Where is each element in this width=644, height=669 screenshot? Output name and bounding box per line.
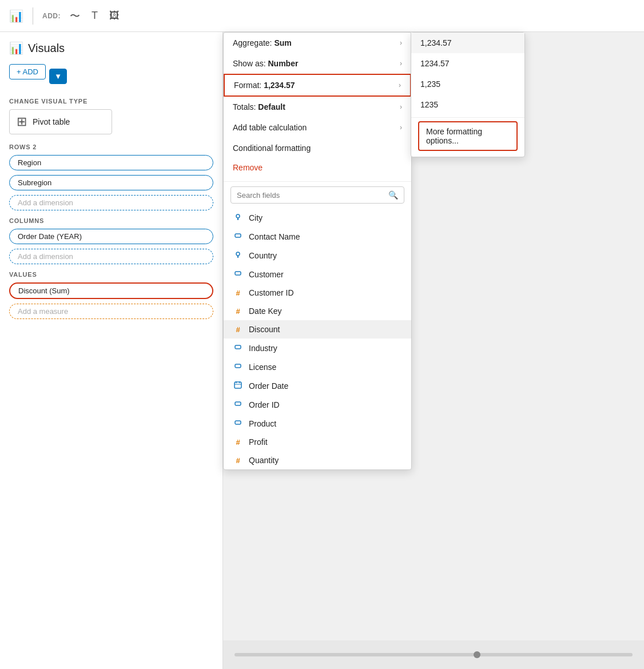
svg-rect-5 bbox=[235, 364, 241, 368]
sidebar-title: Visuals bbox=[28, 42, 65, 55]
scrollbar-track[interactable] bbox=[234, 653, 633, 656]
sidebar-header: 📊 Visuals bbox=[9, 41, 213, 55]
field-name: City bbox=[249, 213, 263, 222]
trend-icon[interactable]: 〜 bbox=[67, 7, 82, 25]
field-name: Quantity bbox=[249, 456, 279, 465]
format-option-3[interactable]: 1235 bbox=[411, 94, 524, 115]
add-table-calc-label: Add table calculation bbox=[233, 123, 400, 132]
field-item-order-id[interactable]: Order ID bbox=[224, 395, 411, 414]
conditional-formatting-label: Conditional formatting bbox=[233, 144, 402, 153]
totals-chevron: › bbox=[400, 103, 402, 111]
add-table-calculation-item[interactable]: Add table calculation › bbox=[224, 117, 411, 138]
field-name: Discount bbox=[249, 325, 280, 334]
sidebar: 📊 Visuals + ADD ▼ CHANGE VISUAL TYPE ⊞ P… bbox=[0, 32, 223, 669]
text-icon[interactable]: T bbox=[89, 7, 100, 24]
aggregate-chevron: › bbox=[400, 39, 402, 47]
field-item-quantity[interactable]: #Quantity bbox=[224, 451, 411, 469]
subregion-pill[interactable]: Subregion bbox=[9, 175, 213, 190]
field-item-date-key[interactable]: #Date Key bbox=[224, 302, 411, 320]
scrollbar-area[interactable] bbox=[223, 640, 644, 669]
chart-icon[interactable]: 📊 bbox=[9, 9, 23, 23]
add-button[interactable]: + ADD bbox=[9, 64, 46, 79]
discount-sum-pill[interactable]: Discount (Sum) bbox=[9, 282, 213, 299]
visuals-icon: 📊 bbox=[9, 41, 23, 55]
field-type-icon bbox=[233, 419, 243, 428]
field-item-contact-name[interactable]: Contact Name bbox=[224, 227, 411, 246]
field-item-customer-id[interactable]: #Customer ID bbox=[224, 284, 411, 302]
field-type-icon bbox=[233, 400, 243, 409]
field-type-icon: # bbox=[233, 456, 243, 465]
aggregate-menu-item[interactable]: Aggregate: Sum › bbox=[224, 33, 411, 53]
field-item-profit[interactable]: #Profit bbox=[224, 433, 411, 451]
add-button-row: + ADD ▼ bbox=[9, 64, 213, 89]
add-measure[interactable]: Add a measure bbox=[9, 304, 213, 319]
format-option-2[interactable]: 1,235 bbox=[411, 74, 524, 94]
field-type-icon bbox=[233, 213, 243, 222]
field-item-product[interactable]: Product bbox=[224, 414, 411, 433]
add-dimension-columns[interactable]: Add a dimension bbox=[9, 249, 213, 264]
field-item-city[interactable]: City bbox=[224, 208, 411, 227]
conditional-formatting-item[interactable]: Conditional formatting bbox=[224, 138, 411, 158]
field-name: Order ID bbox=[249, 400, 280, 409]
format-menu-item[interactable]: Format: 1,234.57 › bbox=[224, 74, 411, 97]
field-name: Date Key bbox=[249, 306, 282, 316]
field-name: Profit bbox=[249, 437, 268, 447]
add-table-calc-chevron: › bbox=[400, 124, 402, 132]
scrollbar-thumb[interactable] bbox=[474, 651, 480, 658]
svg-rect-1 bbox=[235, 234, 241, 237]
field-list: CityContact NameCountryCustomer#Customer… bbox=[224, 208, 411, 469]
show-as-chevron: › bbox=[400, 59, 402, 67]
format-option-1[interactable]: 1234.57 bbox=[411, 53, 524, 74]
field-item-customer[interactable]: Customer bbox=[224, 265, 411, 284]
image-icon[interactable]: 🖼 bbox=[107, 7, 122, 24]
add-dropdown-button[interactable]: ▼ bbox=[49, 69, 67, 84]
field-item-discount[interactable]: #Discount bbox=[224, 320, 411, 339]
pivot-table-button[interactable]: ⊞ Pivot table bbox=[9, 109, 112, 134]
region-pill[interactable]: Region bbox=[9, 155, 213, 170]
field-type-icon bbox=[233, 269, 243, 279]
format-submenu: 1,234.57 1234.57 1,235 1235 More formatt… bbox=[411, 32, 525, 157]
svg-rect-3 bbox=[235, 272, 241, 275]
more-formatting-button[interactable]: More formatting options... bbox=[418, 121, 518, 151]
field-type-icon: # bbox=[233, 288, 243, 297]
field-item-country[interactable]: Country bbox=[224, 246, 411, 265]
field-item-order-date[interactable]: Order Date bbox=[224, 376, 411, 395]
field-name: Contact Name bbox=[249, 232, 300, 241]
field-name: Industry bbox=[249, 344, 277, 353]
show-as-menu-item[interactable]: Show as: Number › bbox=[224, 53, 411, 74]
format-chevron: › bbox=[399, 81, 401, 89]
svg-point-0 bbox=[236, 214, 240, 218]
field-type-icon: # bbox=[233, 306, 243, 316]
values-label: VALUES bbox=[9, 271, 213, 278]
change-visual-label: CHANGE VISUAL TYPE bbox=[9, 98, 213, 105]
field-item-license[interactable]: License bbox=[224, 357, 411, 376]
add-label: ADD: bbox=[42, 12, 61, 20]
field-type-icon bbox=[233, 232, 243, 241]
format-divider bbox=[411, 117, 524, 118]
remove-link[interactable]: Remove bbox=[224, 158, 411, 179]
search-icon: 🔍 bbox=[388, 190, 398, 200]
totals-label: Totals: Default bbox=[233, 102, 400, 112]
field-type-icon bbox=[233, 343, 243, 353]
search-input[interactable] bbox=[237, 191, 384, 200]
field-name: Country bbox=[249, 251, 277, 260]
pivot-icon: ⊞ bbox=[17, 114, 27, 129]
svg-rect-4 bbox=[235, 345, 241, 349]
field-type-icon: # bbox=[233, 437, 243, 447]
format-option-0[interactable]: 1,234.57 bbox=[411, 33, 524, 53]
search-box[interactable]: 🔍 bbox=[230, 186, 404, 204]
menu-divider bbox=[224, 181, 411, 182]
field-type-icon: # bbox=[233, 325, 243, 334]
field-item-industry[interactable]: Industry bbox=[224, 339, 411, 357]
totals-menu-item[interactable]: Totals: Default › bbox=[224, 97, 411, 117]
pivot-label: Pivot table bbox=[33, 117, 70, 126]
toolbar: 📊 ADD: 〜 T 🖼 bbox=[0, 0, 644, 32]
field-name: Product bbox=[249, 419, 276, 428]
columns-label: COLUMNS bbox=[9, 217, 213, 224]
svg-point-2 bbox=[236, 252, 240, 256]
order-date-pill[interactable]: Order Date (YEAR) bbox=[9, 229, 213, 244]
aggregate-label: Aggregate: Sum bbox=[233, 38, 400, 47]
add-dimension-rows[interactable]: Add a dimension bbox=[9, 195, 213, 210]
field-name: License bbox=[249, 363, 276, 372]
field-name: Customer ID bbox=[249, 288, 294, 297]
